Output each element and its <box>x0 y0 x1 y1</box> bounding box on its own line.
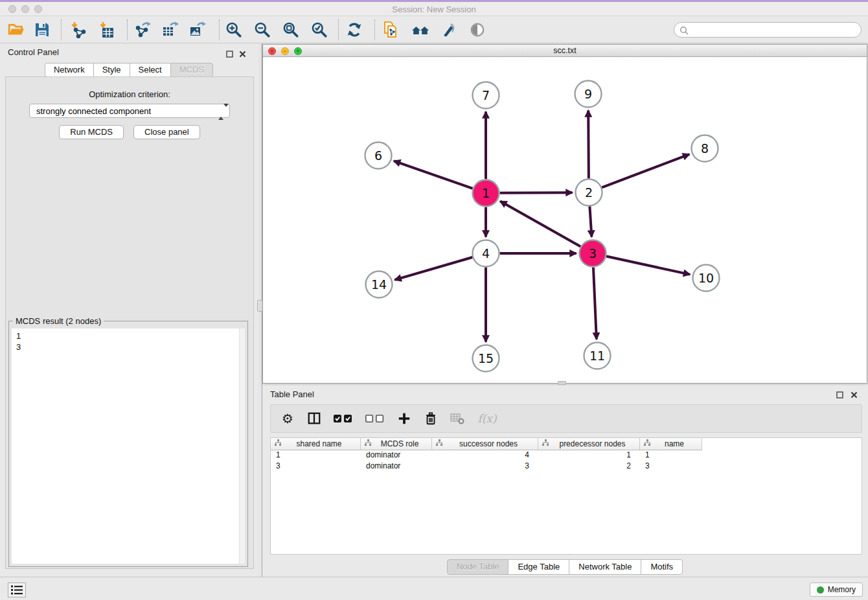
export-image-button[interactable] <box>188 21 207 39</box>
zoom-selected-icon <box>311 21 328 38</box>
horizontal-divider-handle[interactable] <box>558 381 566 385</box>
panel-mode-button[interactable] <box>306 411 322 426</box>
create-column-button[interactable] <box>396 411 412 426</box>
run-mcds-button[interactable]: Run MCDS <box>59 125 124 139</box>
mcds-result-list[interactable]: 1 3 <box>12 329 245 564</box>
open-session-button[interactable] <box>6 21 26 39</box>
table-options-button[interactable]: ⚙ <box>280 411 295 426</box>
node-label-14: 14 <box>371 277 387 292</box>
cell-mcds-role: dominator <box>361 450 432 461</box>
zoom-selected-button[interactable] <box>310 21 329 39</box>
node-label-8: 8 <box>701 141 709 156</box>
trash-icon <box>424 411 438 426</box>
import-table-button[interactable] <box>97 21 117 39</box>
details-eye-icon <box>469 21 486 38</box>
show-all-columns-button[interactable] <box>333 411 354 426</box>
edge-2-8[interactable] <box>602 154 689 187</box>
edge-3-11[interactable] <box>593 267 597 339</box>
edge-1-2[interactable] <box>499 192 572 193</box>
search-icon <box>680 26 689 35</box>
cell-shared-name: 3 <box>271 461 361 472</box>
node-label-11: 11 <box>589 349 605 363</box>
tab-edge-table[interactable]: Edge Table <box>508 559 569 575</box>
tab-motifs[interactable]: Motifs <box>641 559 683 575</box>
titlebar[interactable]: Session: New Session <box>0 2 868 16</box>
column-header-name[interactable]: name <box>640 438 702 450</box>
column-label: shared name <box>282 439 360 448</box>
criterion-dropdown[interactable]: strongly connected component <box>29 104 230 118</box>
table-row-1[interactable]: 3dominator323 <box>271 461 862 472</box>
function-builder-button[interactable]: f(x) <box>476 411 498 426</box>
search-input[interactable] <box>691 24 856 36</box>
window-title: Session: New Session <box>0 5 868 14</box>
refresh-button[interactable] <box>345 21 364 39</box>
zoom-out-button[interactable] <box>253 21 272 39</box>
delete-table-button[interactable] <box>450 411 465 426</box>
cell-successor-nodes: 4 <box>432 450 538 461</box>
export-table-icon <box>162 21 179 38</box>
control-panel-tabs: NetworkStyleSelectMCDS <box>0 63 258 77</box>
show-details-button[interactable] <box>468 21 487 39</box>
column-header-predecessor-nodes[interactable]: predecessor nodes <box>538 438 640 450</box>
home-layout-button[interactable] <box>411 21 430 39</box>
tab-network-table[interactable]: Network Table <box>569 559 641 575</box>
save-icon <box>34 22 50 38</box>
memory-button[interactable]: Memory <box>810 583 863 597</box>
network-canvas[interactable]: 7968124314101511 <box>263 57 867 383</box>
network-window-titlebar[interactable]: × − + scc.txt <box>263 45 867 57</box>
plus-icon <box>397 411 411 426</box>
zoom-fit-button[interactable] <box>281 21 301 39</box>
column-header-shared-name[interactable]: shared name <box>271 438 361 450</box>
edge-2-3[interactable] <box>589 206 591 237</box>
edge-4-14[interactable] <box>394 257 472 280</box>
apply-style-button[interactable] <box>439 21 459 39</box>
table-row-0[interactable]: 1dominator411 <box>271 450 862 461</box>
attribute-tree-icon <box>365 439 372 448</box>
split-panel-icon <box>307 411 321 426</box>
float-panel-icon[interactable] <box>226 49 234 56</box>
open-folder-icon <box>8 22 25 38</box>
cell-name: 3 <box>640 461 702 472</box>
edge-3-1[interactable] <box>500 202 580 247</box>
column-label: MCDS role <box>372 439 431 448</box>
attribute-tree-icon <box>644 439 651 448</box>
column-header-successor-nodes[interactable]: successor nodes <box>432 438 538 450</box>
close-panel-icon[interactable] <box>239 49 247 56</box>
hide-all-columns-button[interactable] <box>365 411 385 426</box>
cell-successor-nodes: 3 <box>432 461 538 472</box>
edge-1-6[interactable] <box>394 161 473 188</box>
table-type-tabs: Node TableEdge TableNetwork TableMotifs <box>262 559 868 575</box>
import-network-button[interactable] <box>69 21 88 39</box>
memory-status-dot-icon <box>817 586 824 594</box>
control-panel: Control Panel NetworkStyleSelectMCDS Opt… <box>0 43 258 577</box>
node-label-7: 7 <box>482 88 490 102</box>
toolbar-separator <box>127 19 128 40</box>
column-header-mcds-role[interactable]: MCDS role <box>361 438 432 450</box>
export-table-button[interactable] <box>161 21 180 39</box>
result-scrollbar[interactable] <box>239 329 245 564</box>
tab-mcds[interactable]: MCDS <box>170 63 213 77</box>
save-session-button[interactable] <box>32 21 52 39</box>
toolbar-separator <box>338 19 339 40</box>
tab-node-table[interactable]: Node Table <box>447 559 509 575</box>
export-network-icon <box>135 21 152 38</box>
close-table-panel-icon[interactable] <box>851 389 858 397</box>
toolbar-separator <box>219 19 220 40</box>
delete-column-button[interactable] <box>423 411 439 426</box>
task-history-button[interactable] <box>8 583 26 597</box>
zoom-in-button[interactable] <box>224 21 244 39</box>
tab-select[interactable]: Select <box>130 63 171 77</box>
copy-network-button[interactable] <box>381 21 400 39</box>
edge-2-9[interactable] <box>588 110 589 178</box>
float-table-panel-icon[interactable] <box>836 389 844 397</box>
edge-3-10[interactable] <box>606 257 690 275</box>
mcds-panel: Optimization criterion: strongly connect… <box>5 76 254 569</box>
tab-network[interactable]: Network <box>45 63 94 77</box>
tab-style[interactable]: Style <box>93 63 130 77</box>
network-window-title: scc.txt <box>263 46 867 55</box>
close-panel-button[interactable]: Close panel <box>133 125 200 139</box>
attribute-tree-icon <box>436 439 443 448</box>
main-toolbar <box>0 16 868 43</box>
fx-icon: f(x) <box>477 412 496 425</box>
export-network-button[interactable] <box>133 21 153 39</box>
